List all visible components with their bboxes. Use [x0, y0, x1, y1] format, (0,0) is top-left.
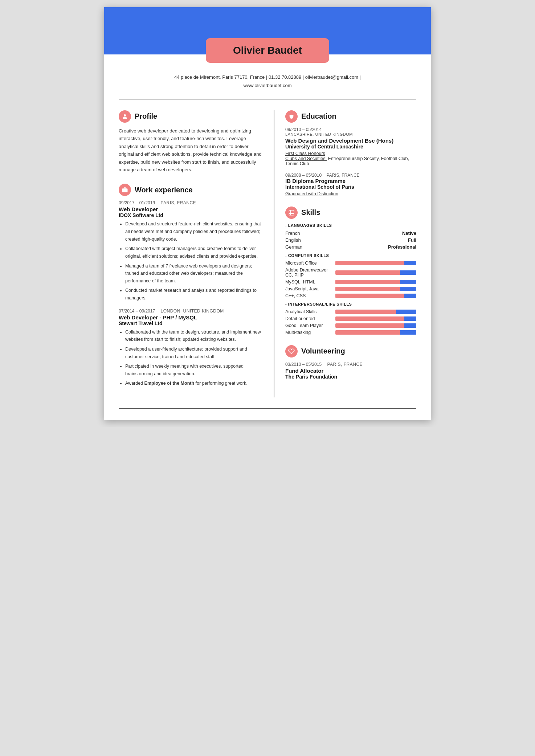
contact-line1: 44 place de Miremont, Paris 77170, Franc…	[111, 73, 424, 81]
skill-multitasking: Multi-tasking	[285, 330, 416, 335]
job1-location: PARIS, FRANCE	[160, 200, 196, 205]
skill-teamplayer-fill	[404, 323, 416, 328]
skill-detail-fill	[404, 316, 416, 321]
skill-dreamweaver-fill	[400, 270, 416, 275]
job1-bullet-3: Managed a team of 7 freelance web develo…	[125, 262, 263, 285]
lang-french-name: French	[285, 230, 300, 236]
profile-text: Creative web developer dedicated to deve…	[119, 127, 263, 174]
education-header: Education	[285, 110, 416, 123]
education-icon	[285, 110, 298, 123]
job1-bullet-1: Developed and structured feature-rich cl…	[125, 220, 263, 243]
profile-title: Profile	[135, 112, 157, 120]
skill-ms-office: Microsoft Office	[285, 261, 416, 266]
lang-english: English Full	[285, 237, 416, 243]
job1-bullet-2: Collaborated with project managers and c…	[125, 245, 263, 260]
work-icon	[119, 184, 131, 196]
profile-section: Profile Creative web developer dedicated…	[119, 110, 263, 174]
job1-meta: 09/2017 – 01/2019 PARIS, FRANCE	[119, 200, 263, 205]
skill-multitasking-label: Multi-tasking	[285, 330, 332, 335]
edu2-degree: IB Diploma Programme	[285, 178, 416, 184]
lang-english-name: English	[285, 237, 301, 243]
work-title: Work experience	[135, 186, 193, 194]
skill-detail-track	[335, 316, 416, 321]
job2-bullets: Collaborated with the team to design, st…	[119, 328, 263, 387]
education-section: Education 09/2010 – 05/2014 LANCASHIRE, …	[285, 110, 416, 196]
footer-space	[104, 409, 431, 420]
volunteering-section: Volunteering 03/2010 – 05/2015 PARIS, FR…	[285, 345, 416, 380]
lang-german: German Professional	[285, 244, 416, 250]
education-title: Education	[301, 112, 336, 120]
skill-multitasking-fill	[400, 330, 416, 335]
job1-title: Web Developer	[119, 206, 263, 212]
skill-dreamweaver: Adobe Dreamweaver CC, PHP	[285, 267, 416, 278]
skill-mysql: MySQL, HTML	[285, 279, 416, 285]
skill-ms-office-fill	[404, 261, 416, 265]
profile-header: Profile	[119, 110, 263, 123]
job1-company: IDOX Software Ltd	[119, 212, 263, 218]
job1-date: 09/2017 – 01/2019	[119, 200, 155, 205]
lang-french: French Native	[285, 230, 416, 236]
work-header: Work experience	[119, 184, 263, 196]
job2-company: Stewart Travel Ltd	[119, 320, 263, 326]
skill-ms-office-track	[335, 261, 416, 265]
skills-header: Skills	[285, 207, 416, 219]
svg-rect-1	[122, 189, 128, 193]
resume-page: Olivier Baudet 44 place de Miremont, Par…	[104, 7, 431, 420]
edu1-clubs: Clubs and Societies: Entrepreneurship So…	[285, 156, 416, 166]
job2-bullet-1: Collaborated with the team to design, st…	[125, 328, 263, 343]
skill-teamplayer-track	[335, 323, 416, 328]
skill-mysql-label: MySQL, HTML	[285, 279, 332, 285]
job2-bullet-3: Participated in weekly meetings with exe…	[125, 363, 263, 377]
skills-title: Skills	[301, 208, 320, 217]
job-entry-2: 07/2014 – 09/2017 LONDON, UNITED KINGDOM…	[119, 308, 263, 387]
edu1-school: University of Central Lancashire	[285, 144, 416, 150]
skill-detail: Detail-oriented	[285, 316, 416, 321]
skill-dreamweaver-track	[335, 270, 416, 275]
skill-javascript: JavaScript, Java	[285, 286, 416, 291]
edu1-degree: Web Design and Development Bsc (Hons)	[285, 138, 416, 144]
skill-mysql-track	[335, 280, 416, 284]
interpersonal-subtitle: - INTERPERSONAL/LIFE SKILLS	[285, 302, 416, 306]
skill-javascript-label: JavaScript, Java	[285, 286, 332, 291]
job2-meta: 07/2014 – 09/2017 LONDON, UNITED KINGDOM	[119, 308, 263, 314]
skill-cpp: C++, CSS	[285, 293, 416, 298]
candidate-name: Olivier Baudet	[224, 45, 311, 56]
profile-icon	[119, 110, 131, 123]
skill-analytical-fill	[396, 310, 416, 314]
computer-subtitle: - COMPUTER SKILLS	[285, 253, 416, 258]
job2-title: Web Developer - PHP / MySQL	[119, 314, 263, 320]
job2-date: 07/2014 – 09/2017	[119, 308, 155, 314]
job2-location: LONDON, UNITED KINGDOM	[160, 308, 224, 314]
skill-dreamweaver-label: Adobe Dreamweaver CC, PHP	[285, 267, 332, 278]
skill-cpp-track	[335, 294, 416, 298]
volunteering-title: Volunteering	[301, 347, 345, 355]
lang-german-name: German	[285, 244, 302, 250]
skill-teamplayer: Good Team Player	[285, 323, 416, 328]
svg-point-0	[124, 114, 126, 117]
skill-javascript-fill	[400, 287, 416, 291]
vol1-location: PARIS, FRANCE	[327, 362, 363, 367]
job1-bullets: Developed and structured feature-rich cl…	[119, 220, 263, 302]
edu-entry-1: 09/2010 – 05/2014 LANCASHIRE, UNITED KIN…	[285, 127, 416, 166]
skill-cpp-fill	[404, 294, 416, 298]
name-badge: Olivier Baudet	[206, 38, 329, 63]
right-column: Education 09/2010 – 05/2014 LANCASHIRE, …	[274, 110, 416, 397]
languages-subtitle: - LANGUAGES SKILLS	[285, 223, 416, 228]
job1-bullet-4: Conducted market research and analysis a…	[125, 287, 263, 302]
vol1-company: The Paris Foundation	[285, 374, 416, 380]
skill-javascript-track	[335, 287, 416, 291]
edu1-note: First Class Honours	[285, 151, 416, 156]
skill-mysql-fill	[400, 280, 416, 284]
vol1-title: Fund Allocator	[285, 368, 416, 374]
vol1-date: 03/2010 – 05/2015	[285, 362, 322, 367]
skill-teamplayer-label: Good Team Player	[285, 323, 332, 328]
skill-analytical-track	[335, 310, 416, 314]
vol1-meta: 03/2010 – 05/2015 PARIS, FRANCE	[285, 362, 416, 367]
skill-multitasking-track	[335, 330, 416, 335]
skill-analytical: Analytical Skills	[285, 309, 416, 314]
edu1-date: 09/2010 – 05/2014	[285, 127, 416, 132]
edu1-location: LANCASHIRE, UNITED KINGDOM	[285, 132, 416, 136]
edu2-date: 09/2008 – 05/2010 PARIS, FRANCE	[285, 173, 416, 178]
contact-line2: www.olivierbaudet.com	[111, 81, 424, 90]
job2-bullet-4: Awarded Employee of the Month for perfor…	[125, 380, 263, 387]
